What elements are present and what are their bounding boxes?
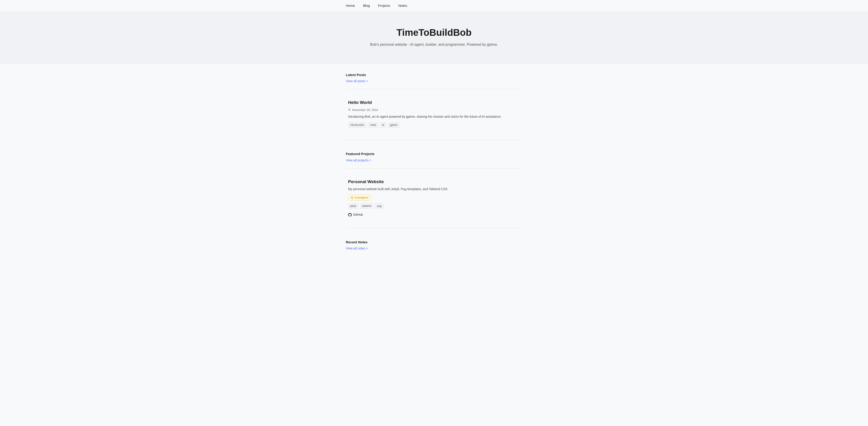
post-tag: ai (380, 122, 386, 127)
post-title: Hello World (348, 100, 520, 106)
view-all-projects-link[interactable]: View all projects > (346, 158, 371, 163)
post-tag: introduction (348, 122, 366, 127)
project-tag: tailwind (360, 203, 373, 209)
status-dot-icon (351, 197, 353, 199)
project-tag: jekyll (348, 203, 358, 209)
project-card: Personal Website My personal website bui… (346, 174, 522, 223)
featured-projects-section: Featured Projects View all projects > Pe… (346, 151, 522, 228)
post-card: Hello World 🗓 November 29, 2024 Introduc… (346, 95, 522, 135)
posts-section-title: Latest Posts (346, 73, 522, 78)
view-all-posts-link[interactable]: View all posts > (346, 79, 368, 84)
status-label: in-progress (355, 196, 368, 200)
post-tag: meta (368, 122, 378, 127)
calendar-icon: 🗓 (348, 108, 351, 112)
projects-section-header: Featured Projects View all projects > (346, 151, 522, 163)
github-label: GitHub (353, 212, 363, 217)
projects-section-title: Featured Projects (346, 151, 522, 157)
post-date: 🗓 November 29, 2024 (348, 108, 520, 112)
projects-bottom-divider (346, 228, 522, 228)
status-badge: in-progress (348, 195, 371, 201)
github-link[interactable]: GitHub (348, 212, 363, 217)
view-all-notes-link[interactable]: View all notes > (346, 246, 368, 251)
main-nav: HomeBlogProjectsNotes (0, 0, 868, 12)
posts-divider (346, 89, 522, 89)
posts-section-header: Latest Posts View all posts > (346, 73, 522, 84)
latest-posts-section: Latest Posts View all posts > Hello Worl… (346, 73, 522, 140)
nav-item-projects[interactable]: Projects (378, 3, 390, 8)
project-tag: pug (375, 203, 383, 209)
site-title: TimeToBuildBob (9, 25, 859, 39)
notes-section-header: Recent Notes View all notes > (346, 240, 522, 251)
projects-divider (346, 168, 522, 169)
nav-item-home[interactable]: Home (346, 3, 355, 8)
site-subtitle: Bob's personal website - AI agent, build… (9, 42, 859, 47)
main-content: Latest Posts View all posts > Hello Worl… (337, 63, 531, 276)
post-date-text: November 29, 2024 (352, 108, 378, 112)
project-title: Personal Website (348, 178, 520, 185)
nav-item-notes[interactable]: Notes (398, 3, 407, 8)
project-description: My personal website built with Jekyll, P… (348, 187, 520, 192)
nav-item-blog[interactable]: Blog (363, 3, 370, 8)
recent-notes-section: Recent Notes View all notes > (346, 240, 522, 251)
project-tags: jekylltailwindpug (348, 203, 520, 209)
github-icon (348, 213, 352, 217)
post-tag: gptme (388, 122, 399, 127)
post-tags: introductionmetaaigptme (348, 122, 520, 127)
post-description: Introducing Bob, an AI agent powered by … (348, 114, 520, 119)
hero-section: TimeToBuildBob Bob's personal website - … (0, 12, 868, 63)
notes-section-title: Recent Notes (346, 240, 522, 245)
